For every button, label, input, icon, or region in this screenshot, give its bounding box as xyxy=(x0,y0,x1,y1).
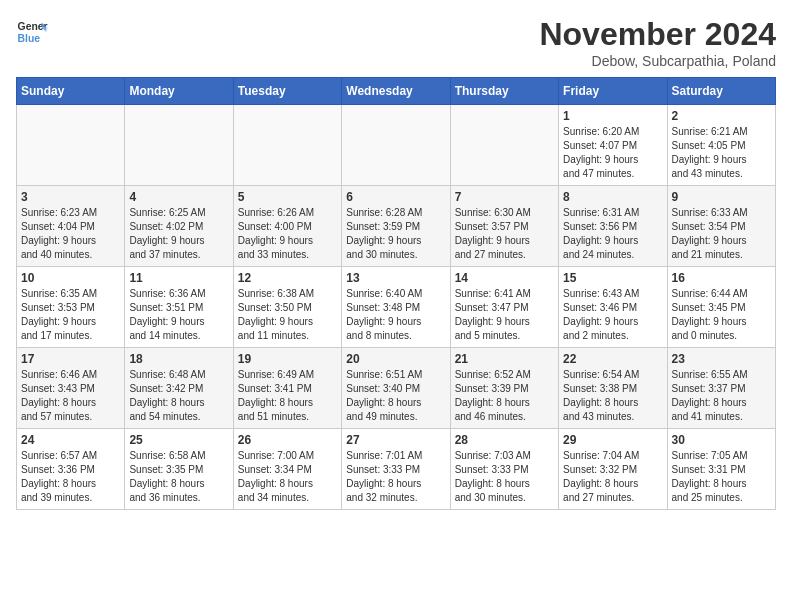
logo: General Blue xyxy=(16,16,48,48)
day-detail: Sunrise: 7:00 AM Sunset: 3:34 PM Dayligh… xyxy=(238,449,337,505)
header-saturday: Saturday xyxy=(667,78,775,105)
day-number: 9 xyxy=(672,190,771,204)
day-number: 13 xyxy=(346,271,445,285)
day-number: 27 xyxy=(346,433,445,447)
day-number: 14 xyxy=(455,271,554,285)
header-monday: Monday xyxy=(125,78,233,105)
day-number: 24 xyxy=(21,433,120,447)
day-number: 12 xyxy=(238,271,337,285)
calendar-cell: 27Sunrise: 7:01 AM Sunset: 3:33 PM Dayli… xyxy=(342,429,450,510)
calendar-week-1: 1Sunrise: 6:20 AM Sunset: 4:07 PM Daylig… xyxy=(17,105,776,186)
header-wednesday: Wednesday xyxy=(342,78,450,105)
calendar-cell xyxy=(450,105,558,186)
calendar-week-4: 17Sunrise: 6:46 AM Sunset: 3:43 PM Dayli… xyxy=(17,348,776,429)
calendar-cell: 9Sunrise: 6:33 AM Sunset: 3:54 PM Daylig… xyxy=(667,186,775,267)
day-detail: Sunrise: 6:49 AM Sunset: 3:41 PM Dayligh… xyxy=(238,368,337,424)
calendar-week-5: 24Sunrise: 6:57 AM Sunset: 3:36 PM Dayli… xyxy=(17,429,776,510)
day-number: 7 xyxy=(455,190,554,204)
calendar-cell: 11Sunrise: 6:36 AM Sunset: 3:51 PM Dayli… xyxy=(125,267,233,348)
calendar-cell: 19Sunrise: 6:49 AM Sunset: 3:41 PM Dayli… xyxy=(233,348,341,429)
day-number: 23 xyxy=(672,352,771,366)
day-detail: Sunrise: 6:21 AM Sunset: 4:05 PM Dayligh… xyxy=(672,125,771,181)
calendar-cell: 28Sunrise: 7:03 AM Sunset: 3:33 PM Dayli… xyxy=(450,429,558,510)
calendar-cell xyxy=(125,105,233,186)
header: General Blue November 2024 Debow, Subcar… xyxy=(16,16,776,69)
day-detail: Sunrise: 6:52 AM Sunset: 3:39 PM Dayligh… xyxy=(455,368,554,424)
header-sunday: Sunday xyxy=(17,78,125,105)
day-detail: Sunrise: 6:30 AM Sunset: 3:57 PM Dayligh… xyxy=(455,206,554,262)
calendar-cell: 6Sunrise: 6:28 AM Sunset: 3:59 PM Daylig… xyxy=(342,186,450,267)
day-number: 22 xyxy=(563,352,662,366)
day-detail: Sunrise: 6:40 AM Sunset: 3:48 PM Dayligh… xyxy=(346,287,445,343)
svg-text:Blue: Blue xyxy=(18,33,41,44)
calendar-cell: 16Sunrise: 6:44 AM Sunset: 3:45 PM Dayli… xyxy=(667,267,775,348)
calendar-cell: 15Sunrise: 6:43 AM Sunset: 3:46 PM Dayli… xyxy=(559,267,667,348)
calendar-cell: 10Sunrise: 6:35 AM Sunset: 3:53 PM Dayli… xyxy=(17,267,125,348)
day-detail: Sunrise: 6:48 AM Sunset: 3:42 PM Dayligh… xyxy=(129,368,228,424)
day-detail: Sunrise: 6:46 AM Sunset: 3:43 PM Dayligh… xyxy=(21,368,120,424)
day-number: 25 xyxy=(129,433,228,447)
day-detail: Sunrise: 6:28 AM Sunset: 3:59 PM Dayligh… xyxy=(346,206,445,262)
header-tuesday: Tuesday xyxy=(233,78,341,105)
day-detail: Sunrise: 6:58 AM Sunset: 3:35 PM Dayligh… xyxy=(129,449,228,505)
day-number: 21 xyxy=(455,352,554,366)
day-number: 15 xyxy=(563,271,662,285)
header-friday: Friday xyxy=(559,78,667,105)
day-detail: Sunrise: 6:26 AM Sunset: 4:00 PM Dayligh… xyxy=(238,206,337,262)
title-area: November 2024 Debow, Subcarpathia, Polan… xyxy=(539,16,776,69)
day-number: 2 xyxy=(672,109,771,123)
calendar-cell: 2Sunrise: 6:21 AM Sunset: 4:05 PM Daylig… xyxy=(667,105,775,186)
day-number: 28 xyxy=(455,433,554,447)
day-detail: Sunrise: 6:36 AM Sunset: 3:51 PM Dayligh… xyxy=(129,287,228,343)
calendar-cell: 3Sunrise: 6:23 AM Sunset: 4:04 PM Daylig… xyxy=(17,186,125,267)
day-detail: Sunrise: 6:44 AM Sunset: 3:45 PM Dayligh… xyxy=(672,287,771,343)
calendar-cell xyxy=(233,105,341,186)
day-number: 26 xyxy=(238,433,337,447)
day-detail: Sunrise: 6:57 AM Sunset: 3:36 PM Dayligh… xyxy=(21,449,120,505)
calendar-cell: 12Sunrise: 6:38 AM Sunset: 3:50 PM Dayli… xyxy=(233,267,341,348)
header-thursday: Thursday xyxy=(450,78,558,105)
day-detail: Sunrise: 6:38 AM Sunset: 3:50 PM Dayligh… xyxy=(238,287,337,343)
day-detail: Sunrise: 6:20 AM Sunset: 4:07 PM Dayligh… xyxy=(563,125,662,181)
day-detail: Sunrise: 6:25 AM Sunset: 4:02 PM Dayligh… xyxy=(129,206,228,262)
day-number: 20 xyxy=(346,352,445,366)
day-number: 3 xyxy=(21,190,120,204)
calendar-cell: 29Sunrise: 7:04 AM Sunset: 3:32 PM Dayli… xyxy=(559,429,667,510)
day-detail: Sunrise: 6:23 AM Sunset: 4:04 PM Dayligh… xyxy=(21,206,120,262)
logo-icon: General Blue xyxy=(16,16,48,48)
day-number: 18 xyxy=(129,352,228,366)
day-detail: Sunrise: 6:43 AM Sunset: 3:46 PM Dayligh… xyxy=(563,287,662,343)
day-detail: Sunrise: 6:31 AM Sunset: 3:56 PM Dayligh… xyxy=(563,206,662,262)
calendar-week-2: 3Sunrise: 6:23 AM Sunset: 4:04 PM Daylig… xyxy=(17,186,776,267)
calendar-cell: 14Sunrise: 6:41 AM Sunset: 3:47 PM Dayli… xyxy=(450,267,558,348)
day-detail: Sunrise: 6:41 AM Sunset: 3:47 PM Dayligh… xyxy=(455,287,554,343)
day-number: 4 xyxy=(129,190,228,204)
calendar-cell: 8Sunrise: 6:31 AM Sunset: 3:56 PM Daylig… xyxy=(559,186,667,267)
calendar-cell: 22Sunrise: 6:54 AM Sunset: 3:38 PM Dayli… xyxy=(559,348,667,429)
day-detail: Sunrise: 6:55 AM Sunset: 3:37 PM Dayligh… xyxy=(672,368,771,424)
day-detail: Sunrise: 6:51 AM Sunset: 3:40 PM Dayligh… xyxy=(346,368,445,424)
day-detail: Sunrise: 6:54 AM Sunset: 3:38 PM Dayligh… xyxy=(563,368,662,424)
day-detail: Sunrise: 7:04 AM Sunset: 3:32 PM Dayligh… xyxy=(563,449,662,505)
calendar-cell xyxy=(342,105,450,186)
calendar-cell: 7Sunrise: 6:30 AM Sunset: 3:57 PM Daylig… xyxy=(450,186,558,267)
calendar-week-3: 10Sunrise: 6:35 AM Sunset: 3:53 PM Dayli… xyxy=(17,267,776,348)
day-number: 8 xyxy=(563,190,662,204)
day-number: 17 xyxy=(21,352,120,366)
day-number: 19 xyxy=(238,352,337,366)
day-detail: Sunrise: 6:33 AM Sunset: 3:54 PM Dayligh… xyxy=(672,206,771,262)
calendar-cell: 5Sunrise: 6:26 AM Sunset: 4:00 PM Daylig… xyxy=(233,186,341,267)
calendar-table: SundayMondayTuesdayWednesdayThursdayFrid… xyxy=(16,77,776,510)
calendar-cell: 21Sunrise: 6:52 AM Sunset: 3:39 PM Dayli… xyxy=(450,348,558,429)
day-number: 11 xyxy=(129,271,228,285)
calendar-cell: 4Sunrise: 6:25 AM Sunset: 4:02 PM Daylig… xyxy=(125,186,233,267)
day-number: 30 xyxy=(672,433,771,447)
calendar-cell: 23Sunrise: 6:55 AM Sunset: 3:37 PM Dayli… xyxy=(667,348,775,429)
calendar-cell: 25Sunrise: 6:58 AM Sunset: 3:35 PM Dayli… xyxy=(125,429,233,510)
calendar-cell: 24Sunrise: 6:57 AM Sunset: 3:36 PM Dayli… xyxy=(17,429,125,510)
calendar-cell: 13Sunrise: 6:40 AM Sunset: 3:48 PM Dayli… xyxy=(342,267,450,348)
day-detail: Sunrise: 6:35 AM Sunset: 3:53 PM Dayligh… xyxy=(21,287,120,343)
calendar-header-row: SundayMondayTuesdayWednesdayThursdayFrid… xyxy=(17,78,776,105)
day-number: 10 xyxy=(21,271,120,285)
day-detail: Sunrise: 7:01 AM Sunset: 3:33 PM Dayligh… xyxy=(346,449,445,505)
